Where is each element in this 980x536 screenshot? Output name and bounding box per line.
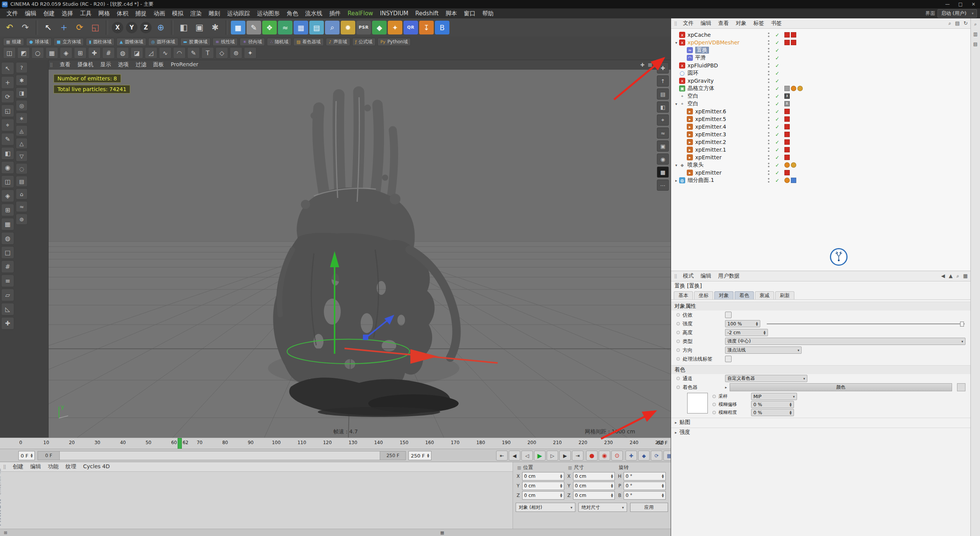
- object-label[interactable]: xpEmitter: [695, 170, 722, 176]
- primitive-cube-icon[interactable]: ■: [231, 21, 245, 34]
- panel-grip-icon[interactable]: ⣿: [674, 274, 677, 279]
- modeling-tool-icon[interactable]: ◇: [216, 47, 228, 59]
- object-manager-menu-item[interactable]: 编辑: [697, 20, 715, 27]
- side-strip-icon[interactable]: ▦: [657, 167, 669, 178]
- left-tool-icon[interactable]: ≡: [1, 275, 14, 287]
- orange2-tag-icon[interactable]: [797, 86, 803, 91]
- object-row[interactable]: ▸xpEmitter✓: [671, 169, 971, 176]
- visibility-dots-toggle[interactable]: [768, 71, 769, 72]
- render-picture-viewer-icon[interactable]: ▣: [192, 20, 207, 35]
- field-chip[interactable]: ●球体域: [26, 38, 52, 46]
- close-button[interactable]: ✕: [967, 2, 980, 7]
- object-row[interactable]: ◠平滑✓: [671, 54, 971, 62]
- enabled-check-icon[interactable]: ✓: [775, 178, 779, 183]
- enabled-check-icon[interactable]: ✓: [775, 63, 779, 69]
- left-tool-icon[interactable]: ◨: [16, 87, 28, 98]
- object-row[interactable]: ▸◍细分曲面.1✓: [671, 176, 971, 184]
- object-row[interactable]: xxpCache✓: [671, 31, 971, 39]
- left-tool-icon[interactable]: ◉: [1, 161, 14, 174]
- stepper-arrows-icon[interactable]: ▲▼: [560, 493, 562, 498]
- tab-刷新[interactable]: 刷新: [775, 291, 794, 299]
- attribute-manager-menu-item[interactable]: 用户数据: [715, 273, 743, 279]
- object-label[interactable]: 平滑: [695, 54, 706, 61]
- expand-arrow-icon[interactable]: ▸: [725, 385, 727, 389]
- left-tool-icon[interactable]: ▦: [1, 218, 14, 230]
- expand-arrow-icon[interactable]: ▾: [673, 41, 679, 45]
- left-tool-icon[interactable]: ↖: [1, 62, 14, 75]
- expand-arrow-icon[interactable]: ▸: [673, 178, 679, 183]
- value-field[interactable]: -2 cm▲▼: [725, 329, 768, 336]
- left-tool-icon[interactable]: ✎: [1, 133, 14, 145]
- goto-end-button[interactable]: ⇥: [572, 451, 583, 461]
- tab-坐标[interactable]: 坐标: [694, 291, 713, 299]
- status-grid-icon[interactable]: ⊞: [4, 530, 7, 535]
- coordinate-mode-select[interactable]: 对象 (相对) ▾: [516, 503, 575, 512]
- object-row[interactable]: xxpFluidPBD✓: [671, 62, 971, 69]
- object-label[interactable]: 空白: [688, 93, 698, 100]
- stepper-arrows-icon[interactable]: ▲▼: [31, 453, 33, 458]
- volume-icon[interactable]: ▦: [294, 21, 308, 34]
- visibility-dots-toggle[interactable]: [768, 140, 769, 141]
- object-row[interactable]: ▸xpEmitter.5✓: [671, 115, 971, 123]
- next-key-button[interactable]: ▶: [559, 451, 571, 461]
- anim-dot-icon[interactable]: [676, 348, 680, 352]
- left-tool-icon[interactable]: △: [16, 138, 28, 149]
- visibility-dots-toggle[interactable]: [768, 178, 769, 180]
- left-tool-icon[interactable]: ?: [16, 62, 28, 73]
- visibility-dots-toggle[interactable]: [768, 109, 769, 111]
- object-manager-header-icon[interactable]: ⌕: [949, 20, 951, 26]
- object-label[interactable]: 置换: [695, 47, 709, 54]
- menubar-item[interactable]: 动画: [150, 10, 168, 17]
- object-row[interactable]: ▸xpEmitter.4✓: [671, 123, 971, 131]
- visibility-dots-toggle[interactable]: [768, 94, 769, 95]
- tab-着色[interactable]: 着色: [735, 291, 754, 299]
- field-chip[interactable]: ≡线性域: [212, 38, 238, 46]
- left-tool-icon[interactable]: ∗: [16, 113, 28, 124]
- download-icon[interactable]: ↧: [419, 21, 434, 34]
- object-label[interactable]: xpEmitter.1: [695, 147, 726, 153]
- coordinate-field[interactable]: 0 cm▲▼: [573, 482, 615, 490]
- modeling-tool-icon[interactable]: ⊞: [74, 47, 87, 59]
- blue-tag-icon[interactable]: [791, 178, 796, 183]
- enabled-check-icon[interactable]: ✓: [775, 147, 779, 153]
- field-chip[interactable]: ▲圆锥体域: [116, 38, 146, 46]
- stepper-arrows-icon[interactable]: ▲▼: [662, 484, 664, 488]
- modeling-tool-icon[interactable]: ◩: [17, 47, 30, 59]
- left-tool-icon[interactable]: ▤: [16, 176, 28, 187]
- left-tool-icon[interactable]: ◈: [1, 190, 14, 202]
- mograph-icon[interactable]: ❖: [262, 21, 277, 34]
- left-tool-icon[interactable]: ◺: [1, 303, 14, 315]
- redo-icon[interactable]: ↷: [18, 20, 33, 35]
- object-row[interactable]: ▸xpEmitter.6✓: [671, 108, 971, 115]
- field-chip[interactable]: ▨着色器域: [293, 38, 323, 46]
- field-icon[interactable]: ◆: [372, 21, 387, 34]
- dropdown-select[interactable]: MIP▾: [751, 393, 797, 400]
- viewport-corner-icon[interactable]: ✚: [640, 62, 645, 68]
- red-tag-icon[interactable]: [784, 116, 790, 122]
- stepper-arrows-icon[interactable]: ▲▼: [560, 484, 562, 488]
- left-tool-icon[interactable]: ◫: [1, 175, 14, 188]
- xparticles-icon[interactable]: ✦: [388, 21, 402, 34]
- visibility-dots-toggle[interactable]: [768, 147, 769, 149]
- enabled-check-icon[interactable]: ✓: [775, 132, 779, 137]
- coordinate-field[interactable]: 0 cm▲▼: [573, 491, 615, 500]
- visibility-dots-toggle[interactable]: [768, 117, 769, 118]
- enabled-check-icon[interactable]: ✓: [775, 47, 779, 53]
- minimize-button[interactable]: —: [941, 2, 954, 7]
- rtag-tag-icon[interactable]: R: [784, 101, 790, 106]
- stepper-arrows-icon[interactable]: ▲▼: [611, 484, 613, 488]
- range-start-field[interactable]: 0 F ▲▼: [18, 451, 35, 460]
- enabled-check-icon[interactable]: ✓: [775, 101, 779, 107]
- side-strip-icon[interactable]: ≈: [657, 127, 669, 139]
- stepper-arrows-icon[interactable]: ▲▼: [560, 474, 562, 479]
- stepper-arrows-icon[interactable]: ▲▼: [790, 402, 792, 407]
- bridge-icon[interactable]: B: [435, 21, 449, 34]
- object-label[interactable]: xpEmitter.5: [695, 116, 726, 122]
- left-tool-icon[interactable]: □: [1, 246, 14, 259]
- visibility-dots-toggle[interactable]: [768, 56, 769, 57]
- left-tool-icon[interactable]: ▽: [16, 150, 28, 162]
- menubar-item[interactable]: 脚本: [442, 10, 461, 17]
- side-strip-icon[interactable]: ✚: [657, 62, 669, 74]
- material-menu-item[interactable]: 创建: [9, 463, 27, 470]
- visibility-dots-toggle[interactable]: [768, 86, 769, 88]
